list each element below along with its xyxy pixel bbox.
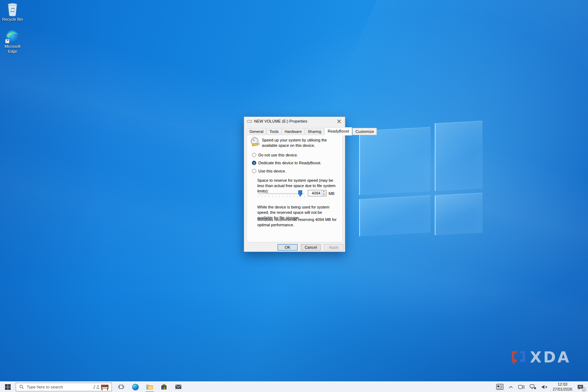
search-icon (19, 385, 24, 389)
desktop-icon-microsoft-edge[interactable]: Microsoft Edge (0, 30, 25, 54)
drive-icon (247, 119, 252, 123)
edge-icon (132, 383, 139, 391)
meet-now-button[interactable] (516, 382, 527, 392)
radio-button-icon (252, 153, 256, 157)
radio-button-icon (252, 169, 256, 173)
recycle-bin-icon (6, 2, 19, 16)
tab-general[interactable]: General (247, 128, 266, 135)
search-input[interactable] (26, 385, 91, 390)
taskbar-app-icons (114, 382, 185, 392)
clock-time: 12:03 (553, 382, 572, 387)
readyboost-tab-panel: Speed up your system by utilising the av… (247, 134, 343, 242)
taskbar-clock[interactable]: 12:03 27/01/2026 (550, 382, 575, 391)
dialog-titlebar[interactable]: NEW VOLUME (E:) Properties (244, 117, 345, 125)
windows-logo-pane (359, 196, 430, 236)
slider-tick-marks (258, 196, 305, 197)
windows-logo-pane (435, 121, 483, 191)
radio-label: Do not use this device. (258, 153, 298, 157)
file-explorer-icon (146, 384, 153, 390)
network-button[interactable] (527, 382, 539, 392)
radio-label: Dedicate this device to ReadyBoost. (258, 161, 321, 165)
ok-button[interactable]: OK (278, 244, 298, 251)
tab-customize[interactable]: Customize (352, 128, 377, 135)
spinner-buttons: ▲ ▼ (321, 190, 326, 196)
cancel-button[interactable]: Cancel (301, 244, 321, 251)
readyboost-gauge-icon (250, 137, 261, 147)
system-tray: 12:03 27/01/2026 1 (494, 382, 588, 392)
properties-dialog: NEW VOLUME (E:) Properties General Tools… (244, 117, 345, 252)
start-button[interactable] (0, 382, 16, 392)
desktop-icon-label: Microsoft Edge (0, 44, 25, 54)
radio-label: Use this device. (258, 169, 286, 173)
taskbar: ♪♫ (0, 381, 588, 392)
search-highlight-image[interactable]: ♪♫ (91, 383, 112, 391)
reserve-slider-track[interactable] (258, 193, 304, 194)
tab-hardware[interactable]: Hardware (282, 128, 305, 135)
mail-icon (175, 384, 182, 390)
volume-muted-icon (541, 385, 548, 390)
radio-do-not-use-device[interactable]: Do not use this device. (252, 153, 298, 158)
show-hidden-icons-button[interactable] (506, 382, 516, 392)
spin-down-button[interactable]: ▼ (321, 193, 326, 196)
tab-readyboost[interactable]: ReadyBoost (324, 127, 352, 135)
desktop-icon-recycle-bin[interactable]: Recycle Bin (0, 2, 25, 22)
taskbar-file-explorer-button[interactable] (143, 382, 157, 392)
desktop-icon-label: Recycle Bin (0, 17, 25, 22)
taskbar-mail-button[interactable] (171, 382, 185, 392)
dialog-tab-strip: General Tools Hardware Sharing ReadyBoos… (247, 128, 377, 135)
apply-button[interactable]: Apply (324, 244, 344, 251)
close-icon (337, 119, 341, 123)
notification-badge: 1 (582, 387, 586, 391)
microsoft-store-icon (161, 384, 167, 390)
taskbar-store-button[interactable] (157, 382, 171, 392)
close-button[interactable] (335, 118, 343, 125)
xda-brackets-icon (510, 349, 527, 366)
news-and-interests-button[interactable] (494, 382, 506, 392)
xda-watermark: XDA (510, 349, 571, 366)
task-view-icon (118, 384, 124, 390)
radio-button-selected-icon (252, 161, 256, 165)
windows-logo-pane (359, 127, 430, 195)
task-view-button[interactable] (114, 382, 128, 392)
reserve-size-input[interactable] (308, 190, 321, 196)
radio-use-this-device[interactable]: Use this device. (252, 169, 286, 174)
taskbar-search-box[interactable]: ♪♫ (16, 383, 112, 391)
piano-icon (100, 383, 109, 391)
shortcut-arrow-icon (5, 39, 9, 43)
taskbar-edge-button[interactable] (128, 382, 143, 392)
tab-tools[interactable]: Tools (267, 128, 282, 135)
tab-sharing[interactable]: Sharing (305, 128, 324, 135)
music-notes-icon: ♪♫ (93, 385, 99, 390)
news-icon (496, 384, 504, 390)
meet-now-camera-icon (518, 385, 525, 390)
ethernet-network-icon (530, 384, 536, 390)
dialog-title: NEW VOLUME (E:) Properties (254, 119, 335, 123)
xda-watermark-text: XDA (530, 349, 571, 366)
windows-logo-wallpaper (359, 121, 483, 242)
reserve-size-spinner: ▲ ▼ (308, 190, 326, 196)
volume-button[interactable] (539, 382, 550, 392)
radio-dedicate-to-readyboost[interactable]: Dedicate this device to ReadyBoost. (252, 160, 321, 165)
recommendation-note: Windows recommends reserving 4094 MB for… (257, 217, 339, 228)
spin-up-button[interactable]: ▲ (321, 190, 326, 193)
readyboost-description: Speed up your system by utilising the av… (262, 138, 338, 148)
chevron-up-icon (509, 385, 513, 389)
windows-start-icon (5, 384, 11, 390)
action-center-button[interactable]: 1 (575, 382, 588, 392)
unit-label: MB (329, 191, 335, 196)
clock-date: 27/01/2026 (553, 387, 572, 392)
windows-logo-pane (435, 193, 483, 235)
